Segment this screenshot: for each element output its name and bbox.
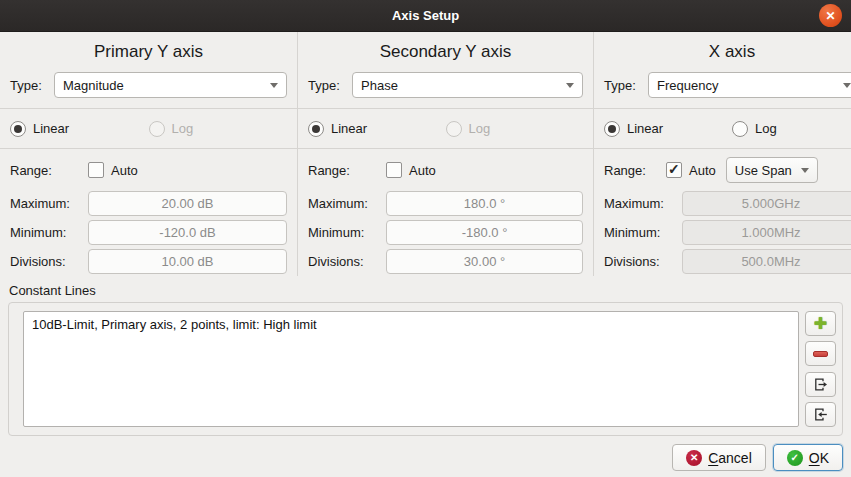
divider bbox=[298, 148, 593, 149]
primary-auto-checkbox[interactable] bbox=[88, 162, 104, 178]
constant-lines-group: 10dB-Limit, Primary axis, 2 points, limi… bbox=[8, 302, 843, 436]
xaxis-type-label: Type: bbox=[604, 78, 648, 93]
primary-y-axis-panel: Primary Y axis Type: Magnitude Linear Lo… bbox=[0, 32, 297, 276]
radio-icon bbox=[308, 121, 324, 137]
remove-line-button[interactable] bbox=[805, 341, 836, 366]
primary-type-value: Magnitude bbox=[63, 78, 270, 93]
chevron-down-icon bbox=[270, 83, 278, 88]
chevron-down-icon bbox=[843, 83, 851, 88]
xaxis-type-value: Frequency bbox=[657, 78, 843, 93]
plus-icon: ✚ bbox=[814, 316, 827, 332]
xaxis-minimum-label: Minimum: bbox=[604, 225, 682, 240]
primary-log-radio: Log bbox=[149, 120, 288, 137]
import-icon bbox=[812, 406, 829, 423]
chevron-down-icon bbox=[801, 168, 809, 173]
primary-range-label: Range: bbox=[10, 163, 88, 178]
constant-lines-label: Constant Lines bbox=[9, 283, 851, 298]
xaxis-divisions-input bbox=[682, 249, 851, 274]
primary-minimum-input[interactable] bbox=[88, 220, 287, 245]
axis-columns: Primary Y axis Type: Magnitude Linear Lo… bbox=[0, 32, 851, 276]
xaxis-minimum-input bbox=[682, 220, 851, 245]
secondary-panel-title: Secondary Y axis bbox=[298, 32, 593, 66]
primary-type-select[interactable]: Magnitude bbox=[54, 72, 287, 98]
secondary-divisions-label: Divisions: bbox=[308, 254, 386, 269]
cancel-x-icon: ✕ bbox=[686, 450, 702, 466]
secondary-auto-checkbox[interactable] bbox=[386, 162, 402, 178]
add-line-button[interactable]: ✚ bbox=[805, 311, 836, 336]
cancel-button[interactable]: ✕ Cancel bbox=[672, 444, 766, 471]
cancel-button-label: Cancel bbox=[708, 450, 752, 466]
check-icon: ✓ bbox=[787, 450, 803, 466]
primary-maximum-input[interactable] bbox=[88, 191, 287, 216]
ok-button[interactable]: ✓ OK bbox=[773, 444, 843, 471]
secondary-type-select[interactable]: Phase bbox=[352, 72, 583, 98]
window-title: Axis Setup bbox=[392, 8, 459, 23]
dialog-footer: ✕ Cancel ✓ OK bbox=[0, 444, 843, 471]
xaxis-span-value: Use Span bbox=[735, 163, 801, 178]
export-icon bbox=[812, 376, 829, 393]
secondary-divisions-input[interactable] bbox=[386, 249, 583, 274]
radio-icon bbox=[446, 121, 462, 137]
secondary-minimum-input[interactable] bbox=[386, 220, 583, 245]
secondary-range-label: Range: bbox=[308, 163, 386, 178]
radio-icon bbox=[10, 121, 26, 137]
primary-type-label: Type: bbox=[10, 78, 54, 93]
minus-icon bbox=[813, 351, 828, 357]
xaxis-log-radio[interactable]: Log bbox=[732, 120, 851, 137]
radio-icon bbox=[149, 121, 165, 137]
radio-icon bbox=[604, 121, 620, 137]
close-button[interactable]: ✕ bbox=[819, 4, 842, 27]
constant-lines-list[interactable]: 10dB-Limit, Primary axis, 2 points, limi… bbox=[23, 311, 799, 427]
primary-divisions-label: Divisions: bbox=[10, 254, 88, 269]
import-lines-button[interactable] bbox=[805, 402, 836, 427]
xaxis-maximum-input bbox=[682, 191, 851, 216]
xaxis-auto-label: Auto bbox=[689, 163, 716, 178]
export-lines-button[interactable] bbox=[805, 372, 836, 397]
xaxis-span-select[interactable]: Use Span bbox=[726, 157, 818, 183]
secondary-minimum-label: Minimum: bbox=[308, 225, 386, 240]
primary-maximum-label: Maximum: bbox=[10, 196, 88, 211]
xaxis-auto-checkbox[interactable] bbox=[666, 162, 682, 178]
secondary-linear-radio[interactable]: Linear bbox=[308, 120, 446, 137]
xaxis-range-label: Range: bbox=[604, 163, 666, 178]
secondary-maximum-input[interactable] bbox=[386, 191, 583, 216]
x-axis-panel: X axis Type: Frequency Linear Log bbox=[593, 32, 851, 276]
xaxis-divisions-label: Divisions: bbox=[604, 254, 682, 269]
secondary-y-axis-panel: Secondary Y axis Type: Phase Linear Log bbox=[297, 32, 593, 276]
secondary-log-radio: Log bbox=[446, 120, 584, 137]
titlebar: Axis Setup ✕ bbox=[0, 0, 851, 32]
close-icon: ✕ bbox=[825, 9, 835, 23]
divider bbox=[594, 148, 851, 149]
ok-button-label: OK bbox=[809, 450, 829, 466]
xaxis-linear-radio[interactable]: Linear bbox=[604, 120, 732, 137]
secondary-auto-label: Auto bbox=[409, 163, 436, 178]
constant-lines-toolbar: ✚ bbox=[805, 311, 836, 427]
xaxis-type-select[interactable]: Frequency bbox=[648, 72, 851, 98]
primary-panel-title: Primary Y axis bbox=[0, 32, 297, 66]
secondary-maximum-label: Maximum: bbox=[308, 196, 386, 211]
primary-minimum-label: Minimum: bbox=[10, 225, 88, 240]
radio-icon bbox=[732, 121, 748, 137]
primary-auto-label: Auto bbox=[111, 163, 138, 178]
chevron-down-icon bbox=[566, 83, 574, 88]
primary-linear-radio[interactable]: Linear bbox=[10, 120, 149, 137]
divider bbox=[0, 148, 297, 149]
primary-divisions-input[interactable] bbox=[88, 249, 287, 274]
xaxis-panel-title: X axis bbox=[594, 32, 851, 66]
secondary-type-value: Phase bbox=[361, 78, 566, 93]
list-item[interactable]: 10dB-Limit, Primary axis, 2 points, limi… bbox=[24, 312, 798, 337]
secondary-type-label: Type: bbox=[308, 78, 352, 93]
xaxis-maximum-label: Maximum: bbox=[604, 196, 682, 211]
axis-setup-dialog: Axis Setup ✕ Primary Y axis Type: Magnit… bbox=[0, 0, 851, 477]
